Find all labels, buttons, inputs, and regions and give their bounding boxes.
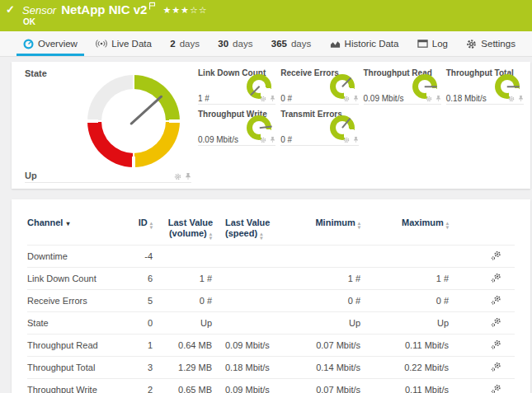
pin-icon[interactable]: [353, 136, 359, 143]
channel-name[interactable]: Downtime: [27, 246, 128, 268]
table-row: Link Down Count 6 1 # 1 # 1 #: [27, 268, 515, 290]
tab-overview[interactable]: Overview: [16, 31, 84, 56]
channel-name[interactable]: Throughput Total: [27, 357, 128, 379]
live-data-signal-icon: [96, 39, 107, 49]
sensor-kind-label: Sensor: [22, 4, 56, 16]
tab-live-data-label: Live Data: [111, 39, 152, 49]
mini-gauge-cell-throughput-total: Throughput Total 0.18 Mbit/s: [446, 67, 524, 105]
channel-name[interactable]: Throughput Read: [27, 335, 128, 357]
mini-gauge-cell-link-down-count: Link Down Count 1 #: [198, 67, 275, 105]
sort-icon: ▴▾: [150, 221, 153, 229]
channel-table-card: Channel▾ ID▴▾ Last Value(volume)▴▾ Last …: [12, 199, 530, 393]
tab-live-data[interactable]: Live Data: [89, 31, 158, 56]
channel-table: Channel▾ ID▴▾ Last Value(volume)▴▾ Last …: [27, 204, 515, 393]
tab-365-days[interactable]: 365 days: [265, 31, 318, 56]
tab-historic-data-label: Historic Data: [345, 39, 399, 49]
sort-desc-icon: ▾: [66, 220, 69, 227]
sensor-title: NetApp NIC v2: [61, 2, 147, 16]
gear-icon[interactable]: [174, 173, 181, 180]
pin-icon[interactable]: [518, 95, 524, 102]
gear-icon[interactable]: [426, 96, 432, 102]
gauge-needle: [341, 118, 351, 128]
sensor-header: ✓ Sensor NetApp NIC v2 ★★★☆☆ OK: [0, 0, 532, 31]
tab-settings[interactable]: Settings: [459, 31, 522, 56]
channel-settings-cogs-icon[interactable]: [491, 295, 501, 306]
channel-settings-cogs-icon[interactable]: [491, 250, 501, 261]
sort-icon: ▴▾: [210, 232, 212, 240]
channel-name[interactable]: Receive Errors: [27, 290, 128, 312]
state-gauge: [87, 75, 180, 167]
table-header-row: Channel▾ ID▴▾ Last Value(volume)▴▾ Last …: [27, 204, 515, 246]
gear-icon[interactable]: [260, 137, 266, 143]
table-row: State 0 Up Up Up: [27, 312, 515, 335]
column-header-last-value-volume[interactable]: Last Value(volume)▴▾: [162, 204, 225, 246]
table-row: Receive Errors 5 0 # 0 # 0 #: [27, 290, 515, 312]
pin-icon[interactable]: [270, 136, 275, 143]
overview-gauge-icon: [23, 39, 34, 49]
sensor-status-badge: OK: [23, 17, 35, 26]
status-ok-check-icon: ✓: [6, 3, 15, 16]
column-header-last-value-speed[interactable]: Last Value(speed)▴▾: [225, 204, 299, 246]
gear-icon[interactable]: [343, 137, 350, 143]
tab-log[interactable]: Log: [411, 31, 454, 56]
state-panel-footer: Up: [25, 167, 191, 183]
gauge-needle: [259, 125, 271, 128]
sort-icon: ▴▾: [260, 232, 262, 240]
mini-gauge-cell-throughput-write: Throughput Write 0.09 Mbit/s: [198, 108, 275, 146]
mini-gauge-cell-transmit-errors: Transmit Errors 0 #: [280, 108, 358, 146]
historic-chart-icon: [330, 39, 341, 49]
channel-name[interactable]: Throughput Write: [27, 379, 128, 393]
gauge-needle: [507, 86, 520, 87]
gear-icon[interactable]: [508, 96, 515, 102]
channel-settings-cogs-icon[interactable]: [491, 362, 501, 372]
state-gauge-needle: [129, 95, 163, 125]
channel-settings-cogs-icon[interactable]: [491, 273, 501, 283]
pin-icon[interactable]: [270, 95, 275, 102]
pin-icon[interactable]: [185, 172, 191, 180]
pin-icon[interactable]: [435, 95, 441, 102]
channel-settings-cogs-icon[interactable]: [491, 384, 501, 393]
gear-icon[interactable]: [343, 96, 350, 102]
column-header-minimum[interactable]: Minimum▴▾: [299, 204, 360, 246]
sort-icon: ▴▾: [446, 221, 449, 229]
gear-icon[interactable]: [260, 96, 266, 102]
channel-settings-cogs-icon[interactable]: [491, 317, 501, 328]
tab-historic-data[interactable]: Historic Data: [323, 31, 406, 56]
gauge-needle: [341, 77, 351, 87]
settings-gear-icon: [466, 39, 477, 49]
overview-gauges-card: State Up Link Down Count 1 # Receive Err…: [12, 62, 530, 189]
priority-flag-icon[interactable]: [148, 2, 156, 10]
table-row: Throughput Total 3 1.29 MB 0.18 Mbit/s 0…: [27, 357, 515, 379]
tab-2-days[interactable]: 2 days: [163, 31, 206, 56]
sort-icon: ▴▾: [358, 221, 360, 229]
sensor-tabbar: Overview Live Data 2 days 30 days 365 da…: [0, 31, 532, 57]
tab-settings-label: Settings: [481, 39, 516, 49]
column-header-id[interactable]: ID▴▾: [128, 204, 162, 246]
priority-stars[interactable]: ★★★☆☆: [162, 5, 207, 16]
state-panel-title: State: [25, 68, 47, 78]
gauge-needle: [425, 86, 437, 87]
mini-gauge-cell-receive-errors: Receive Errors 0 #: [280, 67, 358, 105]
log-icon: [417, 39, 428, 49]
tab-log-label: Log: [432, 39, 448, 49]
table-row: Downtime -4: [27, 246, 515, 268]
channel-name[interactable]: State: [27, 312, 128, 335]
pin-icon[interactable]: [353, 95, 359, 102]
tab-overview-label: Overview: [38, 39, 78, 49]
table-row: Throughput Write 2 0.65 MB 0.09 Mbit/s 0…: [27, 379, 515, 393]
mini-gauge-cell-throughput-read: Throughput Read 0.09 Mbit/s: [364, 67, 441, 105]
channel-name[interactable]: Link Down Count: [27, 268, 128, 290]
channel-settings-cogs-icon[interactable]: [491, 339, 501, 350]
state-value: Up: [25, 171, 37, 180]
column-header-channel[interactable]: Channel▾: [27, 204, 128, 246]
mini-gauge-grid: Link Down Count 1 # Receive Errors 0 # T…: [198, 67, 524, 146]
table-row: Throughput Read 1 0.64 MB 0.09 Mbit/s 0.…: [27, 335, 515, 357]
column-header-maximum[interactable]: Maximum▴▾: [360, 204, 449, 246]
tab-30-days[interactable]: 30 days: [211, 31, 259, 56]
